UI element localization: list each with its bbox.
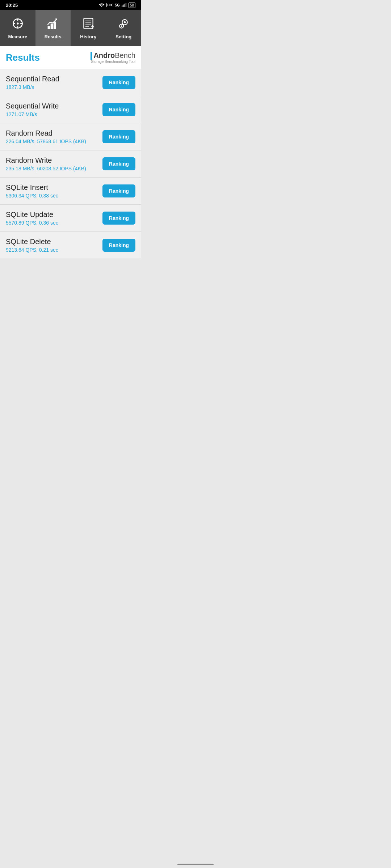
result-info: SQLite Insert 5306.34 QPS, 0.38 sec — [6, 183, 102, 199]
svg-point-0 — [101, 6, 102, 7]
wifi-icon — [99, 3, 105, 7]
svg-rect-14 — [54, 22, 56, 29]
result-info: Random Read 226.04 MB/s, 57868.61 IOPS (… — [6, 129, 102, 144]
result-item: Random Write 235.18 MB/s, 60208.52 IOPS … — [0, 150, 141, 178]
result-name: Sequential Write — [6, 102, 102, 110]
status-bar: 20:25 HD 5G 58 — [0, 0, 141, 10]
result-value: 9213.64 QPS, 0.21 sec — [6, 247, 102, 253]
ranking-button[interactable]: Ranking — [102, 76, 135, 89]
ranking-button[interactable]: Ranking — [102, 130, 135, 143]
result-value: 1827.3 MB/s — [6, 84, 102, 90]
result-info: SQLite Delete 9213.64 QPS, 0.21 sec — [6, 238, 102, 253]
brand-name: AndroBench — [91, 51, 135, 60]
result-value: 5570.89 QPS, 0.36 sec — [6, 220, 102, 226]
result-info: Sequential Read 1827.3 MB/s — [6, 75, 102, 90]
svg-rect-2 — [123, 5, 123, 7]
result-name: SQLite Insert — [6, 183, 102, 192]
result-name: SQLite Update — [6, 210, 102, 219]
results-list: Sequential Read 1827.3 MB/s Ranking Sequ… — [0, 69, 141, 259]
tab-setting[interactable]: Setting — [106, 10, 142, 46]
ranking-button[interactable]: Ranking — [102, 239, 135, 252]
svg-point-22 — [124, 21, 126, 23]
svg-rect-1 — [122, 5, 122, 7]
ranking-button[interactable]: Ranking — [102, 157, 135, 170]
tab-results[interactable]: Results — [35, 10, 71, 46]
result-value: 235.18 MB/s, 60208.52 IOPS (4KB) — [6, 166, 102, 171]
result-name: Sequential Read — [6, 75, 102, 83]
result-value: 1271.07 MB/s — [6, 111, 102, 117]
result-item: SQLite Update 5570.89 QPS, 0.36 sec Rank… — [0, 205, 141, 232]
hd-badge: HD — [106, 3, 113, 7]
signal-icon — [122, 3, 127, 7]
result-info: SQLite Update 5570.89 QPS, 0.36 sec — [6, 210, 102, 226]
svg-rect-4 — [125, 3, 125, 7]
measure-icon — [11, 17, 24, 32]
result-item: SQLite Delete 9213.64 QPS, 0.21 sec Rank… — [0, 232, 141, 259]
svg-rect-13 — [51, 24, 53, 29]
results-icon — [46, 17, 59, 32]
tab-history[interactable]: History — [71, 10, 106, 46]
ranking-button[interactable]: Ranking — [102, 184, 135, 197]
page-title: Results — [6, 52, 40, 63]
status-icons: HD 5G 58 — [99, 3, 135, 8]
svg-rect-5 — [126, 3, 126, 7]
setting-icon — [117, 17, 130, 32]
result-info: Random Write 235.18 MB/s, 60208.52 IOPS … — [6, 156, 102, 171]
svg-point-24 — [121, 25, 122, 27]
brand-light: Bench — [115, 51, 135, 59]
svg-rect-12 — [48, 26, 50, 29]
result-name: Random Write — [6, 156, 102, 165]
result-item: Sequential Read 1827.3 MB/s Ranking — [0, 69, 141, 96]
result-name: SQLite Delete — [6, 238, 102, 246]
status-time: 20:25 — [6, 3, 18, 8]
ranking-button[interactable]: Ranking — [102, 212, 135, 225]
svg-rect-3 — [123, 4, 124, 7]
brand-logo: AndroBench Storage Benchmarking Tool — [91, 51, 135, 64]
nav-tabs: Measure Results — [0, 10, 141, 46]
battery-icon: 58 — [129, 3, 135, 8]
brand-bar — [91, 52, 92, 60]
result-name: Random Read — [6, 129, 102, 137]
result-item: Random Read 226.04 MB/s, 57868.61 IOPS (… — [0, 123, 141, 150]
result-value: 5306.34 QPS, 0.38 sec — [6, 193, 102, 199]
bottom-area — [0, 259, 141, 339]
svg-point-7 — [17, 22, 18, 24]
tab-measure[interactable]: Measure — [0, 10, 35, 46]
ranking-button[interactable]: Ranking — [102, 103, 135, 116]
result-item: Sequential Write 1271.07 MB/s Ranking — [0, 96, 141, 123]
brand-subtitle: Storage Benchmarking Tool — [91, 60, 135, 64]
svg-rect-15 — [84, 18, 93, 29]
result-item: SQLite Insert 5306.34 QPS, 0.38 sec Rank… — [0, 178, 141, 205]
history-icon — [82, 17, 95, 32]
result-info: Sequential Write 1271.07 MB/s — [6, 102, 102, 117]
result-value: 226.04 MB/s, 57868.61 IOPS (4KB) — [6, 139, 102, 144]
brand-bold: Andro — [93, 51, 115, 59]
network-badge: 5G — [115, 3, 120, 7]
results-header: Results AndroBench Storage Benchmarking … — [0, 46, 141, 69]
